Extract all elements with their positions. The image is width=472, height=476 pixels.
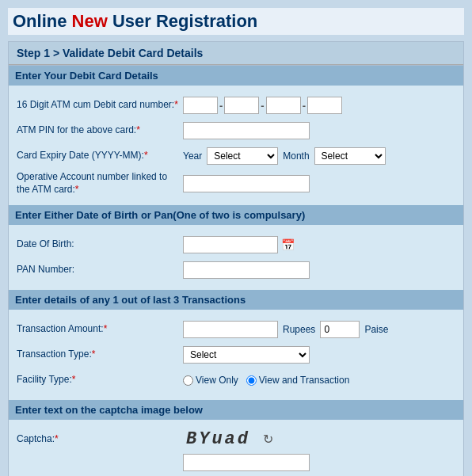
txn-type-row: Transaction Type:* Select Cash Withdrawa… (17, 345, 455, 365)
captcha-display: BYuad ↻ (186, 429, 273, 449)
facility-view-transaction-label[interactable]: View and Transaction (246, 375, 350, 386)
expiry-label: Card Expiry Date (YYYY-MM):* (17, 150, 183, 162)
facility-options: View Only View and Transaction (183, 375, 349, 386)
captcha-section-header: Enter text on the captcha image below (9, 400, 463, 420)
paise-label: Paise (364, 324, 388, 335)
dob-row: Date Of Birth: 📅 (17, 234, 455, 255)
atm-input-2[interactable] (224, 97, 259, 114)
pan-input[interactable] (183, 261, 310, 279)
dob-pan-section-header: Enter Either Date of Birth or Pan(One of… (9, 205, 463, 225)
year-label: Year (183, 150, 202, 162)
txn-type-select[interactable]: Select Cash Withdrawal Balance Enquiry M… (183, 346, 310, 364)
year-select[interactable]: Select 20242025202620272028 (207, 147, 278, 165)
facility-view-transaction-radio[interactable] (246, 375, 257, 386)
atm-input-1[interactable] (183, 97, 218, 114)
rupees-input[interactable] (183, 321, 278, 338)
atm-input-4[interactable] (307, 97, 342, 114)
facility-view-only-label[interactable]: View Only (183, 375, 238, 386)
pin-label: ATM PIN for the above card:* (17, 124, 183, 137)
page-title: Online New User Registration (8, 8, 464, 35)
captcha-row: Captcha:* BYuad ↻ (17, 429, 455, 471)
captcha-label: Captcha:* (17, 433, 183, 446)
facility-view-only-radio[interactable] (183, 375, 193, 386)
captcha-text: BYuad (186, 429, 250, 449)
pan-row: PAN Number: (17, 260, 455, 280)
expiry-row: Card Expiry Date (YYYY-MM):* Year Select… (17, 146, 455, 166)
account-label: Operative Account number linked to the A… (17, 171, 183, 196)
atm-input-3[interactable] (266, 97, 301, 114)
title-part3: User Registration (108, 11, 258, 31)
dob-label: Date Of Birth: (17, 238, 183, 251)
atm-number-inputs: - - - (183, 97, 342, 114)
amount-row: Transaction Amount:* Rupees Paise (17, 319, 455, 340)
rupees-label: Rupees (283, 324, 315, 335)
month-select[interactable]: Select 01020304 05060708 09101112 (314, 147, 386, 165)
pan-label: PAN Number: (17, 264, 183, 276)
amount-label: Transaction Amount:* (17, 323, 183, 336)
title-part1: Online (13, 11, 72, 31)
refresh-captcha-icon[interactable]: ↻ (263, 432, 273, 447)
calendar-icon[interactable]: 📅 (281, 238, 295, 251)
title-new: New (72, 11, 108, 31)
transactions-section-header: Enter details of any 1 out of last 3 Tra… (9, 290, 463, 310)
txn-type-label: Transaction Type:* (17, 348, 183, 361)
captcha-input[interactable] (183, 454, 310, 471)
dob-input[interactable] (183, 236, 278, 253)
facility-label: Facility Type:* (17, 374, 183, 387)
amount-inputs: Rupees Paise (183, 321, 388, 338)
pin-row: ATM PIN for the above card:* (17, 120, 455, 141)
atm-number-row: 16 Digit ATM cum Debit card number:* - -… (17, 95, 455, 116)
pin-input[interactable] (183, 122, 310, 139)
expiry-inputs: Year Select 20242025202620272028 Month S… (183, 147, 386, 165)
account-input[interactable] (183, 175, 310, 192)
dob-group: 📅 (183, 236, 295, 253)
facility-row: Facility Type:* View Only View and Trans… (17, 370, 455, 390)
step-header: Step 1 > Validate Debit Card Details (9, 42, 463, 65)
atm-number-label: 16 Digit ATM cum Debit card number:* (17, 99, 183, 112)
month-label: Month (283, 150, 309, 162)
debit-card-section-header: Enter Your Debit Card Details (9, 66, 463, 86)
account-row: Operative Account number linked to the A… (17, 171, 455, 196)
paise-input[interactable] (320, 321, 360, 338)
